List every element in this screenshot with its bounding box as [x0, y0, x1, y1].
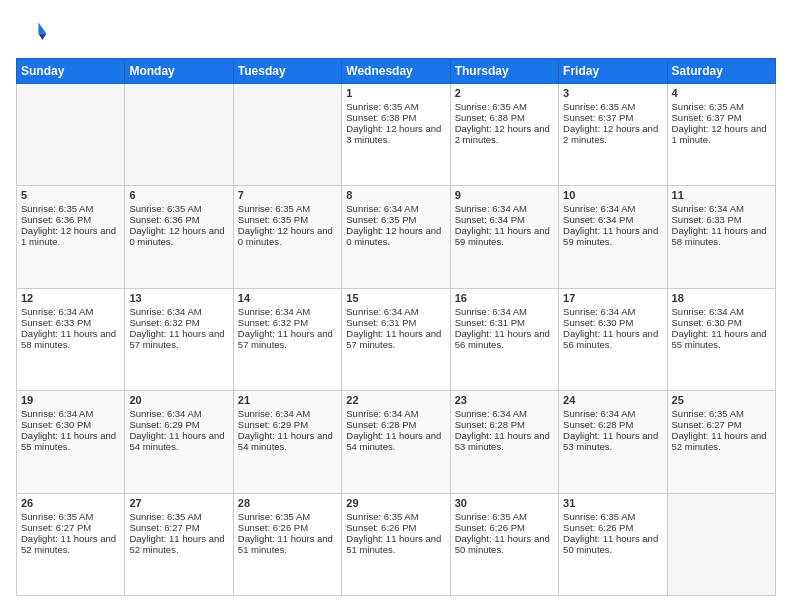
header — [16, 16, 776, 48]
day-header-friday: Friday — [559, 59, 667, 84]
day-header-tuesday: Tuesday — [233, 59, 341, 84]
calendar-cell: 28Sunrise: 6:35 AM Sunset: 6:26 PM Dayli… — [233, 493, 341, 595]
day-info: Sunrise: 6:34 AM Sunset: 6:32 PM Dayligh… — [129, 306, 228, 350]
day-info: Sunrise: 6:35 AM Sunset: 6:38 PM Dayligh… — [455, 101, 554, 145]
day-info: Sunrise: 6:34 AM Sunset: 6:29 PM Dayligh… — [238, 408, 337, 452]
day-number: 1 — [346, 87, 445, 99]
calendar-table: SundayMondayTuesdayWednesdayThursdayFrid… — [16, 58, 776, 596]
day-info: Sunrise: 6:35 AM Sunset: 6:38 PM Dayligh… — [346, 101, 445, 145]
day-number: 15 — [346, 292, 445, 304]
day-info: Sunrise: 6:35 AM Sunset: 6:36 PM Dayligh… — [21, 203, 120, 247]
day-number: 31 — [563, 497, 662, 509]
calendar-cell — [233, 84, 341, 186]
day-number: 13 — [129, 292, 228, 304]
day-info: Sunrise: 6:34 AM Sunset: 6:30 PM Dayligh… — [21, 408, 120, 452]
calendar-cell: 11Sunrise: 6:34 AM Sunset: 6:33 PM Dayli… — [667, 186, 775, 288]
day-info: Sunrise: 6:35 AM Sunset: 6:27 PM Dayligh… — [21, 511, 120, 555]
day-info: Sunrise: 6:34 AM Sunset: 6:28 PM Dayligh… — [346, 408, 445, 452]
day-number: 14 — [238, 292, 337, 304]
day-info: Sunrise: 6:34 AM Sunset: 6:34 PM Dayligh… — [563, 203, 662, 247]
day-number: 7 — [238, 189, 337, 201]
calendar-cell: 26Sunrise: 6:35 AM Sunset: 6:27 PM Dayli… — [17, 493, 125, 595]
calendar-cell — [125, 84, 233, 186]
calendar-cell: 24Sunrise: 6:34 AM Sunset: 6:28 PM Dayli… — [559, 391, 667, 493]
day-number: 28 — [238, 497, 337, 509]
day-info: Sunrise: 6:35 AM Sunset: 6:26 PM Dayligh… — [455, 511, 554, 555]
day-number: 22 — [346, 394, 445, 406]
calendar-cell: 2Sunrise: 6:35 AM Sunset: 6:38 PM Daylig… — [450, 84, 558, 186]
day-info: Sunrise: 6:34 AM Sunset: 6:28 PM Dayligh… — [455, 408, 554, 452]
day-info: Sunrise: 6:34 AM Sunset: 6:28 PM Dayligh… — [563, 408, 662, 452]
calendar-cell: 12Sunrise: 6:34 AM Sunset: 6:33 PM Dayli… — [17, 288, 125, 390]
day-number: 18 — [672, 292, 771, 304]
day-info: Sunrise: 6:35 AM Sunset: 6:37 PM Dayligh… — [672, 101, 771, 145]
day-info: Sunrise: 6:35 AM Sunset: 6:26 PM Dayligh… — [563, 511, 662, 555]
calendar-cell — [667, 493, 775, 595]
calendar-cell: 21Sunrise: 6:34 AM Sunset: 6:29 PM Dayli… — [233, 391, 341, 493]
day-number: 5 — [21, 189, 120, 201]
day-number: 9 — [455, 189, 554, 201]
day-number: 6 — [129, 189, 228, 201]
day-info: Sunrise: 6:35 AM Sunset: 6:37 PM Dayligh… — [563, 101, 662, 145]
calendar-cell: 5Sunrise: 6:35 AM Sunset: 6:36 PM Daylig… — [17, 186, 125, 288]
day-info: Sunrise: 6:34 AM Sunset: 6:33 PM Dayligh… — [21, 306, 120, 350]
calendar-cell: 15Sunrise: 6:34 AM Sunset: 6:31 PM Dayli… — [342, 288, 450, 390]
day-info: Sunrise: 6:34 AM Sunset: 6:35 PM Dayligh… — [346, 203, 445, 247]
day-number: 3 — [563, 87, 662, 99]
calendar-cell: 3Sunrise: 6:35 AM Sunset: 6:37 PM Daylig… — [559, 84, 667, 186]
calendar-cell: 10Sunrise: 6:34 AM Sunset: 6:34 PM Dayli… — [559, 186, 667, 288]
day-number: 21 — [238, 394, 337, 406]
day-info: Sunrise: 6:34 AM Sunset: 6:29 PM Dayligh… — [129, 408, 228, 452]
day-info: Sunrise: 6:34 AM Sunset: 6:32 PM Dayligh… — [238, 306, 337, 350]
day-info: Sunrise: 6:34 AM Sunset: 6:33 PM Dayligh… — [672, 203, 771, 247]
week-row-4: 19Sunrise: 6:34 AM Sunset: 6:30 PM Dayli… — [17, 391, 776, 493]
day-header-sunday: Sunday — [17, 59, 125, 84]
calendar-cell: 6Sunrise: 6:35 AM Sunset: 6:36 PM Daylig… — [125, 186, 233, 288]
week-row-1: 1Sunrise: 6:35 AM Sunset: 6:38 PM Daylig… — [17, 84, 776, 186]
day-number: 12 — [21, 292, 120, 304]
day-header-saturday: Saturday — [667, 59, 775, 84]
day-number: 24 — [563, 394, 662, 406]
day-info: Sunrise: 6:34 AM Sunset: 6:31 PM Dayligh… — [455, 306, 554, 350]
calendar-cell: 29Sunrise: 6:35 AM Sunset: 6:26 PM Dayli… — [342, 493, 450, 595]
day-header-wednesday: Wednesday — [342, 59, 450, 84]
calendar-cell: 17Sunrise: 6:34 AM Sunset: 6:30 PM Dayli… — [559, 288, 667, 390]
day-number: 16 — [455, 292, 554, 304]
page: SundayMondayTuesdayWednesdayThursdayFrid… — [0, 0, 792, 612]
day-info: Sunrise: 6:35 AM Sunset: 6:26 PM Dayligh… — [346, 511, 445, 555]
day-info: Sunrise: 6:35 AM Sunset: 6:36 PM Dayligh… — [129, 203, 228, 247]
day-info: Sunrise: 6:34 AM Sunset: 6:34 PM Dayligh… — [455, 203, 554, 247]
day-info: Sunrise: 6:35 AM Sunset: 6:27 PM Dayligh… — [672, 408, 771, 452]
day-header-thursday: Thursday — [450, 59, 558, 84]
svg-marker-0 — [38, 22, 46, 33]
svg-marker-1 — [38, 34, 46, 40]
day-number: 26 — [21, 497, 120, 509]
week-row-3: 12Sunrise: 6:34 AM Sunset: 6:33 PM Dayli… — [17, 288, 776, 390]
day-number: 10 — [563, 189, 662, 201]
calendar-cell: 4Sunrise: 6:35 AM Sunset: 6:37 PM Daylig… — [667, 84, 775, 186]
week-row-2: 5Sunrise: 6:35 AM Sunset: 6:36 PM Daylig… — [17, 186, 776, 288]
day-number: 25 — [672, 394, 771, 406]
calendar-cell: 19Sunrise: 6:34 AM Sunset: 6:30 PM Dayli… — [17, 391, 125, 493]
calendar-cell: 25Sunrise: 6:35 AM Sunset: 6:27 PM Dayli… — [667, 391, 775, 493]
calendar-cell: 14Sunrise: 6:34 AM Sunset: 6:32 PM Dayli… — [233, 288, 341, 390]
day-number: 29 — [346, 497, 445, 509]
calendar-cell: 7Sunrise: 6:35 AM Sunset: 6:35 PM Daylig… — [233, 186, 341, 288]
day-info: Sunrise: 6:34 AM Sunset: 6:30 PM Dayligh… — [563, 306, 662, 350]
calendar-cell: 27Sunrise: 6:35 AM Sunset: 6:27 PM Dayli… — [125, 493, 233, 595]
calendar-cell: 18Sunrise: 6:34 AM Sunset: 6:30 PM Dayli… — [667, 288, 775, 390]
calendar-cell: 13Sunrise: 6:34 AM Sunset: 6:32 PM Dayli… — [125, 288, 233, 390]
calendar-cell: 9Sunrise: 6:34 AM Sunset: 6:34 PM Daylig… — [450, 186, 558, 288]
day-header-monday: Monday — [125, 59, 233, 84]
week-row-5: 26Sunrise: 6:35 AM Sunset: 6:27 PM Dayli… — [17, 493, 776, 595]
day-info: Sunrise: 6:35 AM Sunset: 6:26 PM Dayligh… — [238, 511, 337, 555]
calendar-cell: 30Sunrise: 6:35 AM Sunset: 6:26 PM Dayli… — [450, 493, 558, 595]
calendar-cell — [17, 84, 125, 186]
logo-icon — [16, 16, 48, 48]
day-number: 4 — [672, 87, 771, 99]
day-number: 2 — [455, 87, 554, 99]
calendar-cell: 31Sunrise: 6:35 AM Sunset: 6:26 PM Dayli… — [559, 493, 667, 595]
calendar-cell: 23Sunrise: 6:34 AM Sunset: 6:28 PM Dayli… — [450, 391, 558, 493]
header-row: SundayMondayTuesdayWednesdayThursdayFrid… — [17, 59, 776, 84]
day-number: 17 — [563, 292, 662, 304]
